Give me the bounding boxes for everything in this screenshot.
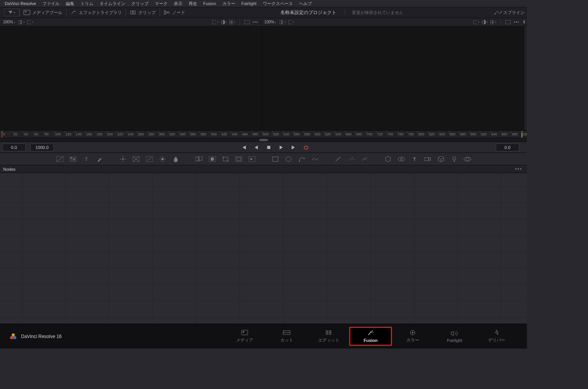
page-tab-cut[interactable]: カット [266,327,308,345]
tool-tracker-icon[interactable] [119,155,127,163]
tool-paint-icon[interactable] [96,155,103,163]
tool-mask-polygon-icon[interactable] [298,155,306,163]
tool-3d-render-icon[interactable] [464,155,471,163]
inspector-collapsed[interactable] [524,26,527,130]
project-title: 名称未設定のプロジェクト [280,10,336,15]
in-frame-field[interactable]: 0.0 [2,144,26,151]
tool-brightness-icon[interactable] [159,155,166,163]
svg-point-44 [299,160,300,161]
tool-mask-rect-icon[interactable] [271,155,279,163]
current-frame-field[interactable]: 0.0 [496,144,519,151]
viewer-right-layout-icon[interactable] [280,19,286,25]
viewer-right-channel-icon[interactable] [482,19,488,25]
menu-timeline[interactable]: タイムライン [96,1,128,7]
menu-color[interactable]: カラー [219,1,238,7]
viewer-left-single-icon[interactable] [27,19,33,25]
svg-point-54 [401,157,404,161]
tool-pemitter-icon[interactable] [361,155,369,163]
viewer-left[interactable] [0,26,262,130]
out-frame-field[interactable]: 1000.0 [30,144,54,151]
viewer-left-zoom[interactable]: 100% [2,20,16,24]
viewer-right-more-icon[interactable]: ••• [513,19,520,25]
viewer-left-layout-icon[interactable] [19,19,25,25]
ruler-tick: 500 [263,132,269,136]
tool-fastnoise-icon[interactable] [69,155,77,163]
color-icon [409,329,416,336]
svg-text:T: T [413,157,416,162]
go-start-icon[interactable] [241,145,247,150]
tool-3d-shape-icon[interactable] [397,155,405,163]
viewer-right-grid-icon[interactable] [490,19,497,25]
spline-button[interactable]: スプライン [495,10,527,16]
effects-library-button[interactable]: エフェクトライブラリ [66,7,126,18]
viewer-right-fit-icon[interactable] [473,19,480,25]
menu-app[interactable]: DaVinci Resolve [2,1,39,6]
scrub-bar[interactable] [0,138,527,142]
viewer-left-frame-icon[interactable] [244,19,250,25]
menu-edit[interactable]: 編集 [63,1,77,7]
loop-icon[interactable] [303,145,309,150]
clips-button[interactable]: クリップ [126,7,159,18]
viewer-left-more-icon[interactable]: ••• [252,19,259,25]
tool-mask-ellipse-icon[interactable] [285,155,292,163]
nodes-panel-more-icon[interactable]: ••• [513,166,524,172]
tool-colorcorrect-icon[interactable] [145,155,153,163]
nodes-flow-area[interactable] [0,173,527,324]
viewer-right[interactable] [262,26,524,130]
viewer-right-frame-icon[interactable] [505,19,511,25]
inspector-toggle[interactable]: I [523,20,525,24]
viewer-left-fit-icon[interactable] [212,19,219,25]
tool-mediain-icon[interactable] [248,155,256,163]
tool-particles-icon[interactable] [334,155,342,163]
menu-fusion[interactable]: Fusion [200,1,219,6]
tool-resize-icon[interactable] [235,155,243,163]
tool-mask-bspline-icon[interactable] [311,155,319,163]
tool-transform-icon[interactable] [222,155,229,163]
scrub-thumb[interactable] [259,139,268,141]
menu-help[interactable]: ヘルプ [296,1,315,7]
page-tab-fairlight[interactable]: Fairlight [434,327,476,345]
ruler-tick: 120 [65,132,71,136]
tool-background-icon[interactable] [56,155,64,163]
media-pool-button[interactable]: メディアプール [20,7,66,18]
viewer-left-grid-icon[interactable] [229,19,236,25]
menu-view[interactable]: 表示 [171,1,186,7]
stop-icon[interactable] [266,145,271,150]
tool-merge-icon[interactable] [195,155,203,163]
menu-trim[interactable]: トリム [77,1,96,7]
ruler-tick: 720 [377,132,383,136]
page-tab-fusion[interactable]: Fusion [350,327,392,345]
page-tab-deliver[interactable]: デリバー [476,327,518,345]
menu-fairlight[interactable]: Fairlight [238,1,260,6]
tool-3d-camera-icon[interactable] [424,155,432,163]
tool-text-icon[interactable]: T [82,155,90,163]
tool-3d-image-icon[interactable] [384,155,392,163]
tool-matte-icon[interactable] [208,155,216,163]
menu-workspace[interactable]: ワークスペース [260,1,296,7]
tool-3d-light-icon[interactable] [450,155,458,163]
go-end-icon[interactable] [291,145,296,150]
time-ruler[interactable]: 0204060801001201401601802002202402602803… [0,130,527,138]
viewer-right-zoom[interactable]: 100% [264,20,278,24]
nodes-button[interactable]: ノード [160,7,189,18]
tool-blur-icon[interactable] [172,155,180,163]
menu-file[interactable]: ファイル [39,1,63,7]
page-tab-color[interactable]: カラー [392,327,434,345]
play-reverse-icon[interactable] [254,145,259,150]
viewer-left-channel-icon[interactable] [221,19,227,25]
svg-text:T: T [85,156,88,162]
tool-3d-merge-icon[interactable] [437,155,445,163]
ruler-tick: 600 [315,132,320,136]
clips-icon [130,10,136,15]
menu-playback[interactable]: 再生 [186,1,200,7]
menu-clip[interactable]: クリップ [128,1,152,7]
layout-dropdown[interactable] [4,9,19,16]
page-tab-edit[interactable]: エディット [308,327,350,345]
viewer-right-single-icon[interactable] [288,19,294,25]
tool-channelbool-icon[interactable] [132,155,140,163]
page-tab-media[interactable]: メディア [224,327,266,345]
menu-mark[interactable]: マーク [152,1,171,7]
tool-prender-icon[interactable] [348,155,355,163]
tool-3d-text-icon[interactable]: T [411,155,418,163]
play-icon[interactable] [278,145,284,150]
